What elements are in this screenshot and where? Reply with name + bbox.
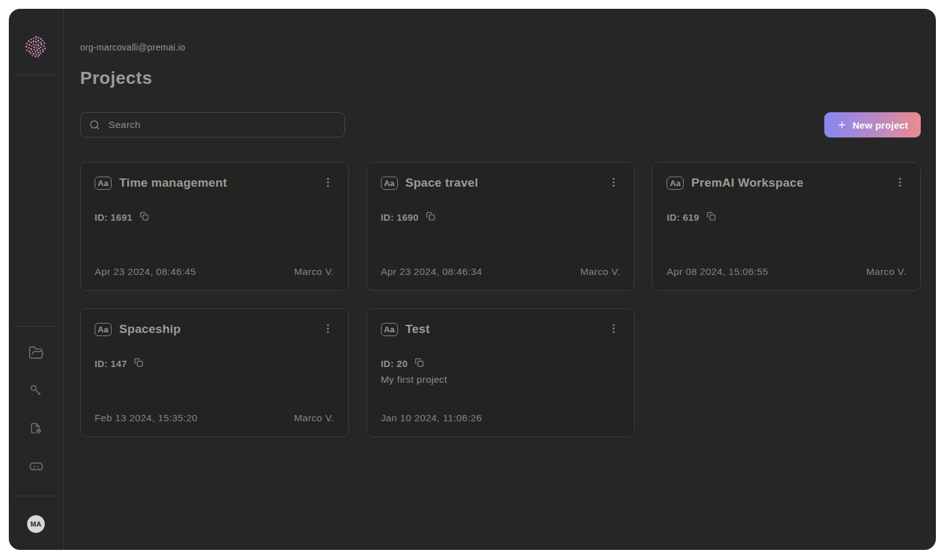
app-window: MA org-marcovalli@premai.io Projects bbox=[9, 9, 936, 550]
project-title: PremAI Workspace bbox=[691, 176, 803, 190]
project-title: Space travel bbox=[406, 176, 479, 190]
main-content: org-marcovalli@premai.io Projects bbox=[64, 9, 936, 550]
sidebar-item-api-keys[interactable] bbox=[28, 382, 44, 399]
sidebar-item-resources[interactable] bbox=[28, 420, 44, 436]
project-description: My first project bbox=[381, 373, 621, 386]
kebab-icon bbox=[609, 324, 619, 335]
project-id: ID: 147 bbox=[95, 358, 127, 369]
project-title: Test bbox=[406, 322, 430, 336]
card-menu-button[interactable] bbox=[322, 176, 334, 190]
text-type-badge-icon: Aa bbox=[95, 177, 112, 190]
new-project-button[interactable]: New project bbox=[824, 112, 921, 137]
project-id: ID: 1690 bbox=[381, 212, 419, 223]
project-title: Time management bbox=[119, 176, 227, 190]
plus-icon bbox=[837, 120, 847, 130]
text-type-badge-icon: Aa bbox=[381, 177, 398, 190]
copy-icon bbox=[414, 358, 424, 369]
file-gear-icon bbox=[28, 421, 44, 436]
sidebar-nav bbox=[28, 327, 44, 496]
copy-id-button[interactable] bbox=[426, 211, 435, 223]
project-date: Feb 13 2024, 15:35:20 bbox=[95, 412, 197, 424]
key-icon bbox=[28, 383, 44, 398]
copy-icon bbox=[139, 211, 149, 223]
copy-id-button[interactable] bbox=[706, 211, 716, 223]
copy-icon bbox=[134, 358, 143, 369]
search-input[interactable] bbox=[80, 112, 345, 137]
card-menu-button[interactable] bbox=[894, 176, 906, 190]
premai-logo-icon[interactable] bbox=[23, 34, 49, 61]
kebab-icon bbox=[323, 177, 333, 189]
search-box bbox=[80, 112, 345, 137]
project-card-time-management[interactable]: Aa Time management ID: 1691 bbox=[80, 162, 349, 291]
project-card-premai-workspace[interactable]: Aa PremAI Workspace ID: 619 bbox=[652, 162, 921, 291]
discord-icon bbox=[28, 458, 44, 474]
text-type-badge-icon: Aa bbox=[667, 177, 684, 190]
project-id: ID: 20 bbox=[381, 358, 408, 369]
project-card-space-travel[interactable]: Aa Space travel ID: 1690 bbox=[366, 162, 635, 291]
kebab-icon bbox=[323, 324, 333, 335]
project-owner: Marco V. bbox=[294, 412, 334, 424]
project-owner: Marco V. bbox=[294, 266, 334, 277]
text-type-badge-icon: Aa bbox=[95, 323, 112, 336]
project-date: Apr 23 2024, 08:46:34 bbox=[381, 266, 482, 277]
kebab-icon bbox=[895, 177, 905, 189]
copy-id-button[interactable] bbox=[139, 211, 149, 223]
sidebar-item-projects[interactable] bbox=[28, 344, 44, 361]
copy-icon bbox=[706, 211, 716, 223]
sidebar-divider bbox=[13, 74, 59, 75]
copy-id-button[interactable] bbox=[134, 358, 143, 369]
project-card-test[interactable]: Aa Test ID: 20 bbox=[366, 308, 635, 437]
project-date: Apr 23 2024, 08:46:45 bbox=[95, 266, 196, 277]
sidebar-divider bbox=[13, 496, 59, 496]
copy-icon bbox=[426, 211, 435, 223]
project-id: ID: 619 bbox=[667, 212, 699, 223]
new-project-label: New project bbox=[853, 120, 908, 131]
toolbar: New project bbox=[80, 112, 921, 137]
page-title: Projects bbox=[80, 68, 921, 88]
projects-grid: Aa Time management ID: 1691 bbox=[80, 162, 921, 437]
sidebar: MA bbox=[9, 9, 64, 550]
card-menu-button[interactable] bbox=[607, 322, 620, 337]
card-menu-button[interactable] bbox=[322, 322, 334, 337]
copy-id-button[interactable] bbox=[414, 358, 424, 369]
org-email: org-marcovalli@premai.io bbox=[80, 43, 921, 52]
card-menu-button[interactable] bbox=[607, 176, 620, 190]
project-title: Spaceship bbox=[119, 322, 181, 336]
project-date: Jan 10 2024, 11:06:26 bbox=[381, 412, 482, 424]
folder-icon bbox=[28, 345, 44, 361]
project-card-spaceship[interactable]: Aa Spaceship ID: 147 bbox=[80, 308, 349, 437]
project-owner: Marco V. bbox=[580, 266, 620, 277]
sidebar-item-discord[interactable] bbox=[28, 458, 44, 474]
project-owner: Marco V. bbox=[867, 266, 906, 277]
kebab-icon bbox=[609, 177, 619, 189]
text-type-badge-icon: Aa bbox=[381, 323, 398, 336]
user-avatar[interactable]: MA bbox=[27, 515, 45, 533]
project-date: Apr 08 2024, 15:06:55 bbox=[667, 266, 768, 277]
project-id: ID: 1691 bbox=[95, 212, 132, 223]
